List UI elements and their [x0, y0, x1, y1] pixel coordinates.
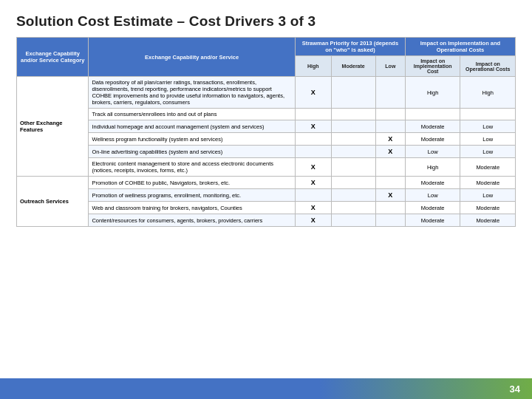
- high-cell: X: [295, 202, 331, 214]
- subheader-high: High: [295, 56, 331, 77]
- imp_op-cell: Low: [460, 133, 516, 146]
- service-cell: Wellness program functionality (system a…: [89, 133, 295, 146]
- main-header-row: Exchange Capability and/or Service Categ…: [17, 38, 516, 56]
- moderate-cell: [331, 214, 375, 227]
- subheader-low: Low: [375, 56, 405, 77]
- service-cell: Promotion of COHBE to public, Navigators…: [89, 177, 295, 189]
- table-row: On-line advertising capabilities (system…: [17, 146, 516, 158]
- table-row: Electronic content management to store a…: [17, 158, 516, 177]
- imp_cost-cell: Low: [405, 189, 460, 202]
- header-category: Exchange Capability and/or Service Categ…: [17, 38, 89, 77]
- table-row: Promotion of wellness programs, enrollme…: [17, 189, 516, 202]
- service-cell: Content/resources for consumers, agents,…: [89, 214, 295, 227]
- low-cell: [375, 158, 405, 177]
- low-cell: [375, 177, 405, 189]
- low-cell: [375, 214, 405, 227]
- high-cell: X: [295, 77, 331, 109]
- imp_cost-cell: Moderate: [405, 177, 460, 189]
- page: Solution Cost Estimate – Cost Drivers 3 …: [0, 0, 532, 399]
- service-cell: Electronic content management to store a…: [89, 158, 295, 177]
- page-title: Solution Cost Estimate – Cost Drivers 3 …: [16, 13, 516, 30]
- imp_cost-cell: [405, 109, 460, 120]
- imp_op-cell: Low: [460, 146, 516, 158]
- imp_op-cell: Low: [460, 120, 516, 133]
- imp_cost-cell: Moderate: [405, 120, 460, 133]
- service-cell: On-line advertising capabilities (system…: [89, 146, 295, 158]
- header-service: Exchange Capability and/or Service: [89, 38, 295, 77]
- category-cell: Other Exchange Features: [17, 77, 89, 177]
- imp_op-cell: High: [460, 77, 516, 109]
- service-cell: Web and classroom training for brokers, …: [89, 202, 295, 214]
- moderate-cell: [331, 177, 375, 189]
- imp_cost-cell: Moderate: [405, 202, 460, 214]
- high-cell: X: [295, 120, 331, 133]
- imp_cost-cell: Moderate: [405, 214, 460, 227]
- subheader-moderate: Moderate: [331, 56, 375, 77]
- table-row: Other Exchange FeaturesData repository o…: [17, 77, 516, 109]
- moderate-cell: [331, 158, 375, 177]
- subheader-imp-cost: Impact on Implementation Cost: [405, 56, 460, 77]
- moderate-cell: [331, 202, 375, 214]
- low-cell: [375, 120, 405, 133]
- service-cell: Promotion of wellness programs, enrollme…: [89, 189, 295, 202]
- table-row: Content/resources for consumers, agents,…: [17, 214, 516, 227]
- low-cell: [375, 202, 405, 214]
- low-cell: X: [375, 133, 405, 146]
- bottom-bar: 34: [0, 378, 532, 399]
- imp_cost-cell: High: [405, 158, 460, 177]
- table-row: Wellness program functionality (system a…: [17, 133, 516, 146]
- table-row: Outreach ServicesPromotion of COHBE to p…: [17, 177, 516, 189]
- high-cell: [295, 189, 331, 202]
- high-cell: [295, 133, 331, 146]
- low-cell: [375, 109, 405, 120]
- table-body: Other Exchange FeaturesData repository o…: [17, 77, 516, 227]
- table-row: Track all consumers/enrollees into and o…: [17, 109, 516, 120]
- moderate-cell: [331, 109, 375, 120]
- high-cell: X: [295, 177, 331, 189]
- imp_op-cell: Moderate: [460, 202, 516, 214]
- low-cell: X: [375, 189, 405, 202]
- moderate-cell: [331, 189, 375, 202]
- moderate-cell: [331, 133, 375, 146]
- service-cell: Data repository of all plan/carrier rati…: [89, 77, 295, 109]
- imp_cost-cell: High: [405, 77, 460, 109]
- high-cell: X: [295, 158, 331, 177]
- service-cell: Track all consumers/enrollees into and o…: [89, 109, 295, 120]
- table-row: Web and classroom training for brokers, …: [17, 202, 516, 214]
- low-cell: X: [375, 146, 405, 158]
- high-cell: [295, 146, 331, 158]
- imp_op-cell: Low: [460, 189, 516, 202]
- imp_op-cell: Moderate: [460, 177, 516, 189]
- low-cell: [375, 77, 405, 109]
- imp_cost-cell: Low: [405, 146, 460, 158]
- cost-drivers-table: Exchange Capability and/or Service Categ…: [16, 37, 516, 227]
- high-cell: [295, 109, 331, 120]
- moderate-cell: [331, 77, 375, 109]
- moderate-cell: [331, 120, 375, 133]
- imp_op-cell: [460, 109, 516, 120]
- subheader-imp-op: Impact on Operational Costs: [460, 56, 516, 77]
- high-cell: X: [295, 214, 331, 227]
- table-row: Individual homepage and account manageme…: [17, 120, 516, 133]
- page-number: 34: [510, 383, 520, 395]
- imp_op-cell: Moderate: [460, 214, 516, 227]
- category-cell: Outreach Services: [17, 177, 89, 227]
- service-cell: Individual homepage and account manageme…: [89, 120, 295, 133]
- header-strawman: Strawman Priority for 2013 (depends on "…: [295, 38, 405, 56]
- moderate-cell: [331, 146, 375, 158]
- imp_op-cell: Moderate: [460, 158, 516, 177]
- imp_cost-cell: Moderate: [405, 133, 460, 146]
- header-impact: Impact on Implementation and Operational…: [405, 38, 515, 56]
